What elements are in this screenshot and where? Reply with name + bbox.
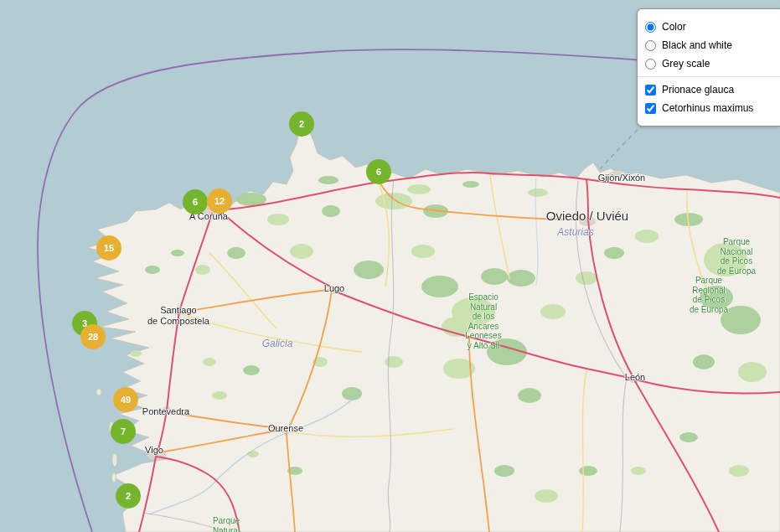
checkbox-cetorhinus-maximus[interactable] — [645, 103, 656, 114]
baselayer-label-color: Color — [662, 21, 686, 33]
cluster-count: 12 — [214, 196, 225, 206]
radio-grey-scale[interactable] — [645, 59, 656, 70]
cluster-marker[interactable]: 7 — [111, 419, 136, 444]
overlay-label-prionace-glauca: Prionace glauca — [662, 84, 734, 96]
cluster-count: 49 — [121, 395, 131, 405]
cluster-count: 7 — [121, 426, 126, 436]
baselayer-option-color[interactable]: Color — [645, 21, 772, 33]
overlay-option-cetorhinus-maximus[interactable]: Cetorhinus maximus — [645, 102, 772, 114]
cluster-count: 15 — [104, 243, 114, 253]
cluster-marker[interactable]: 15 — [96, 235, 121, 261]
checkbox-prionace-glauca[interactable] — [645, 85, 656, 96]
layers-control-panel: Color Black and white Grey scale Prionac… — [637, 8, 780, 127]
baselayer-label-grey-scale: Grey scale — [662, 58, 710, 70]
radio-color[interactable] — [645, 22, 656, 33]
cluster-marker[interactable]: 49 — [113, 387, 138, 412]
overlay-label-cetorhinus-maximus: Cetorhinus maximus — [662, 102, 753, 114]
cluster-count: 2 — [126, 491, 131, 501]
cluster-marker[interactable]: 6 — [366, 159, 391, 184]
radio-black-and-white[interactable] — [645, 40, 656, 51]
cluster-marker[interactable]: 2 — [116, 483, 141, 509]
baselayer-option-black-and-white[interactable]: Black and white — [645, 39, 772, 51]
cluster-marker[interactable]: 6 — [183, 189, 208, 214]
cluster-count: 28 — [88, 332, 98, 342]
cluster-count: 2 — [299, 119, 304, 129]
panel-separator — [638, 76, 780, 77]
cluster-marker[interactable]: 28 — [80, 324, 106, 349]
cluster-count: 6 — [193, 197, 198, 207]
baselayer-label-black-and-white: Black and white — [662, 39, 732, 51]
baselayer-option-grey-scale[interactable]: Grey scale — [645, 58, 772, 70]
overlay-option-prionace-glauca[interactable]: Prionace glauca — [645, 84, 772, 96]
cluster-marker[interactable]: 12 — [207, 189, 232, 214]
cluster-marker[interactable]: 2 — [289, 111, 314, 137]
cluster-count: 6 — [376, 167, 381, 177]
map-viewport[interactable]: A Coruña Santiago de Compostela Galicia … — [0, 0, 780, 532]
